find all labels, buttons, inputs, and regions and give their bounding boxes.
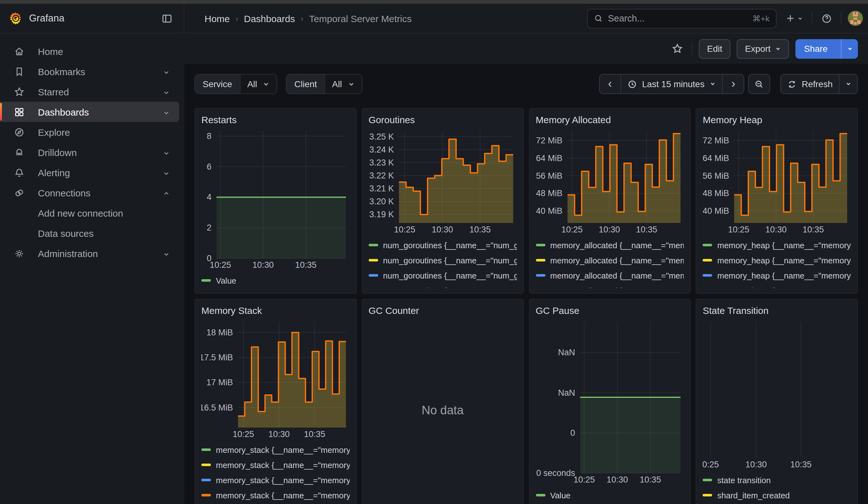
chart-canvas[interactable]: 10:2510:3010:353.25 K3.24 K3.23 K3.22 K3… <box>369 127 517 236</box>
sidebar-item-home[interactable]: Home <box>0 41 179 61</box>
legend-item[interactable]: memory_heap {__name__="memory_h <box>703 237 851 253</box>
refresh-interval-button[interactable] <box>839 74 857 93</box>
chevron-down-icon[interactable] <box>162 168 170 176</box>
sidebar-item-explore[interactable]: Explore <box>0 122 179 142</box>
legend-label: memory_heap {__name__="memory_h <box>717 286 851 288</box>
time-shift-back-button[interactable] <box>600 74 621 93</box>
legend-swatch <box>202 494 211 496</box>
zoom-out-group <box>748 74 770 94</box>
legend-item[interactable]: memory_heap {__name__="memory_h <box>703 253 851 268</box>
sidebar-item-connections[interactable]: Connections <box>0 183 179 203</box>
chart-plot-area[interactable]: 10:2510:3010:353.25 K3.24 K3.23 K3.22 K3… <box>369 127 517 236</box>
legend-item[interactable]: memory_stack {__name__="memory_s <box>202 442 350 457</box>
chevron-down-icon[interactable] <box>162 67 170 75</box>
chart-plot-area[interactable]: 0:2510:3010:35 <box>703 318 851 471</box>
legend-item[interactable]: num_goroutines {__name__="num_go <box>369 268 517 283</box>
panel-title[interactable]: Memory Stack <box>202 304 350 318</box>
chevron-up-icon[interactable] <box>162 188 170 197</box>
time-range-picker[interactable]: Last 15 minutes <box>621 74 722 93</box>
add-new-button[interactable] <box>783 11 806 26</box>
time-range-group: Last 15 minutes <box>599 74 744 94</box>
breadcrumb-home[interactable]: Home <box>205 13 230 24</box>
edit-button[interactable]: Edit <box>699 39 730 59</box>
chart-plot-area[interactable]: 10:2510:3010:3572 MiB64 MiB56 MiB48 MiB4… <box>536 127 684 236</box>
chart-plot-area[interactable]: 10:2510:3010:3586420 <box>202 127 350 271</box>
sidebar-item-label: Alerting <box>38 167 162 178</box>
panel-title[interactable]: Memory Allocated <box>536 113 684 127</box>
legend-item[interactable]: state transition <box>703 472 851 487</box>
legend-item[interactable]: memory_allocated {__name__="memo <box>536 268 684 283</box>
panel-title[interactable]: Restarts <box>202 113 350 127</box>
sidebar-item-label: Connections <box>38 187 162 198</box>
chart-canvas[interactable]: 10:2510:3010:3572 MiB64 MiB56 MiB48 MiB4… <box>536 127 684 236</box>
chart-canvas[interactable]: 10:2510:3010:3518 MiB17.5 MiB17 MiB16.5 … <box>202 318 350 440</box>
chart-plot-area[interactable]: 10:2510:3010:35NaNNaN00 seconds <box>536 318 684 486</box>
legend-item[interactable]: num_goroutines {__name__="num_go <box>369 237 517 253</box>
sidebar-item-add-new-connection[interactable]: Add new connection <box>0 203 179 223</box>
service-variable-value[interactable]: All <box>240 74 277 93</box>
chevron-down-icon[interactable] <box>162 148 170 156</box>
legend-item[interactable]: memory_stack {__name__="memory_s <box>202 472 350 487</box>
legend-item[interactable]: Value <box>536 487 684 503</box>
bell-icon <box>14 167 24 178</box>
star-icon <box>672 43 683 54</box>
panel-title[interactable]: Memory Heap <box>703 113 851 127</box>
legend-item[interactable]: num_goroutines {__name__="num_go <box>369 253 517 268</box>
legend-item[interactable]: memory_allocated {__name__="memo <box>536 237 684 253</box>
time-shift-forward-button[interactable] <box>722 74 744 93</box>
legend-item[interactable]: memory_heap {__name__="memory_h <box>703 283 851 288</box>
share-menu-button[interactable] <box>841 39 858 59</box>
search-input[interactable]: Search... ⌘+k <box>587 9 776 28</box>
user-avatar[interactable] <box>848 11 863 26</box>
sidebar-item-label: Bookmarks <box>38 66 162 77</box>
chevron-down-icon <box>710 81 716 87</box>
legend-item[interactable]: memory_allocated {__name__="memo <box>536 283 684 288</box>
legend-item[interactable]: memory_stack {__name__="memory_s <box>202 487 350 503</box>
sidebar-item-label: Explore <box>38 127 179 137</box>
legend-item[interactable]: memory_allocated {__name__="memo <box>536 253 684 268</box>
svg-text:0: 0 <box>570 428 575 438</box>
panel-title[interactable]: State Transition <box>703 304 851 318</box>
chevron-down-icon[interactable] <box>162 88 170 96</box>
grafana-logo-icon[interactable] <box>9 11 23 25</box>
sidebar-item-data-sources[interactable]: Data sources <box>0 223 179 243</box>
search-icon <box>594 14 603 23</box>
svg-text:72 MiB: 72 MiB <box>703 136 730 145</box>
sidebar-toggle-button[interactable] <box>159 10 175 26</box>
sidebar-item-drilldown[interactable]: Drilldown <box>0 142 179 162</box>
chevron-down-icon[interactable] <box>162 108 170 116</box>
time-zoom-out-button[interactable] <box>749 74 769 93</box>
export-button[interactable]: Export <box>737 39 789 59</box>
legend-item[interactable]: memory_heap {__name__="memory_h <box>703 268 851 283</box>
chart-plot-area[interactable]: 10:2510:3010:3572 MiB64 MiB56 MiB48 MiB4… <box>703 127 851 236</box>
share-button[interactable]: Share <box>795 39 858 59</box>
svg-text:10:30: 10:30 <box>606 475 628 484</box>
client-variable-value[interactable]: All <box>324 74 361 93</box>
chart-canvas[interactable]: 10:2510:3010:3572 MiB64 MiB56 MiB48 MiB4… <box>703 127 851 236</box>
chart-plot-area[interactable]: 10:2510:3010:3518 MiB17.5 MiB17 MiB16.5 … <box>202 318 350 440</box>
refresh-button[interactable]: Refresh <box>781 74 839 93</box>
chevron-down-icon[interactable] <box>162 249 170 257</box>
chart-canvas[interactable]: 10:2510:3010:3586420 <box>202 127 350 271</box>
panel-title[interactable]: GC Counter <box>369 304 517 318</box>
panel-title[interactable]: GC Pause <box>536 304 684 318</box>
svg-text:10:35: 10:35 <box>469 225 491 234</box>
legend-item[interactable]: num_goroutines {__name__="num_go <box>369 283 517 288</box>
sidebar-item-bookmarks[interactable]: Bookmarks <box>0 61 179 81</box>
sidebar-item-administration[interactable]: Administration <box>0 243 179 263</box>
chart-canvas[interactable]: 0:2510:3010:35 <box>703 318 851 471</box>
chevron-down-icon <box>847 46 852 51</box>
legend-item[interactable]: memory_stack {__name__="memory_s <box>202 457 350 472</box>
help-button[interactable] <box>819 10 835 26</box>
chart-canvas[interactable]: 10:2510:3010:35NaNNaN00 seconds <box>536 318 684 486</box>
legend-item[interactable]: Value <box>202 273 350 288</box>
divider <box>692 42 693 55</box>
favorite-star-button[interactable] <box>669 40 685 57</box>
legend-item[interactable]: shard_item_created <box>703 487 851 503</box>
sidebar-item-alerting[interactable]: Alerting <box>0 162 179 183</box>
sidebar-item-dashboards[interactable]: Dashboards <box>0 102 179 122</box>
sidebar-item-starred[interactable]: Starred <box>0 81 179 102</box>
breadcrumb-dashboards[interactable]: Dashboards <box>244 13 295 24</box>
panel-title[interactable]: Goroutines <box>369 113 517 127</box>
svg-text:3.23 K: 3.23 K <box>369 158 394 167</box>
